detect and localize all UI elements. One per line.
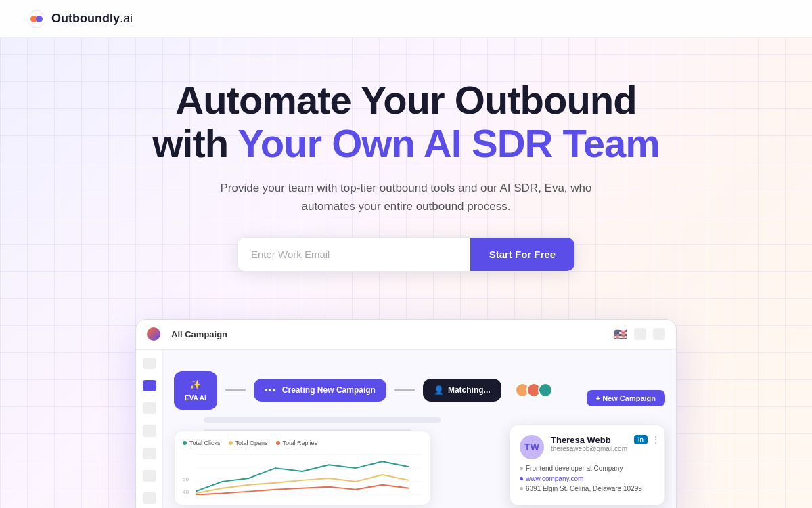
- sidebar-icon-users[interactable]: [143, 425, 156, 436]
- contact-name: Theresa Webb: [551, 435, 627, 445]
- flag-icon: 🇺🇸: [614, 328, 627, 341]
- dot-3: [273, 389, 275, 391]
- creating-label: Creating New Campaign: [282, 385, 376, 395]
- legend-total-clicks: Total Clicks: [183, 440, 221, 446]
- flow-arrow-2: [394, 389, 415, 391]
- replies-dot: [276, 441, 280, 445]
- dashboard-topbar: All Campaign 🇺🇸: [136, 320, 676, 350]
- clicks-label: Total Clicks: [189, 440, 221, 446]
- logo-text: Outboundly.ai: [51, 12, 133, 26]
- action-button[interactable]: + New Campaign: [587, 390, 665, 406]
- role-text: Frontend developer at Company: [526, 465, 623, 472]
- svg-point-2: [36, 16, 43, 22]
- y-label-40: 40: [183, 489, 189, 495]
- clicks-dot: [183, 441, 187, 445]
- sidebar-icon-grid[interactable]: [143, 358, 156, 369]
- contact-address: 6391 Elgin St. Celina, Delaware 10299: [520, 485, 655, 492]
- dashboard-frame: All Campaign 🇺🇸: [135, 319, 677, 508]
- contact-email: theresawebb@gmail.com: [551, 445, 627, 452]
- logo: Outboundly.ai: [27, 9, 133, 28]
- matching-node: 👤 Matching...: [423, 379, 501, 402]
- avatar-3: [538, 383, 553, 398]
- contact-role: Frontend developer at Company: [520, 465, 655, 472]
- more-options-icon[interactable]: ⋮: [652, 435, 660, 444]
- topbar-right: 🇺🇸: [614, 328, 665, 341]
- dashboard-title: All Campaign: [171, 329, 227, 339]
- sidebar-icon-contacts[interactable]: [143, 402, 156, 414]
- sidebar-icon-analytics[interactable]: [143, 470, 156, 482]
- start-free-button[interactable]: Start For Free: [470, 238, 574, 271]
- person-icon: 👤: [434, 385, 444, 395]
- contact-info: Theresa Webb theresawebb@gmail.com: [551, 435, 627, 452]
- topbar-left: All Campaign: [147, 327, 227, 341]
- address-dot: [520, 487, 523, 490]
- sidebar-icon-campaigns[interactable]: [143, 380, 156, 391]
- dashboard-logo-icon: [147, 327, 160, 341]
- dashboard-sidebar: [136, 350, 163, 508]
- flow-arrow-1: [225, 389, 246, 391]
- hero-subtitle: Provide your team with top-tier outbound…: [217, 179, 595, 215]
- dashboard-body: ✨ EVA AI Creating New Campaign: [136, 350, 676, 508]
- website-text: www.company.com: [526, 475, 583, 482]
- chart-card: Total Clicks Total Opens Total Replies: [174, 431, 431, 505]
- dashboard-main: ✨ EVA AI Creating New Campaign: [163, 350, 676, 508]
- contact-website: www.company.com: [520, 475, 655, 482]
- website-dot: [520, 477, 523, 480]
- chart-svg: [196, 454, 422, 495]
- sidebar-icon-inbox[interactable]: [143, 448, 156, 459]
- avatars-row: [515, 383, 553, 398]
- navbar: Outboundly.ai: [0, 0, 812, 38]
- settings-icon[interactable]: [653, 328, 665, 340]
- legend-total-opens: Total Opens: [229, 440, 268, 446]
- search-icon[interactable]: [634, 328, 646, 340]
- opens-label: Total Opens: [235, 440, 268, 446]
- role-dot: [520, 467, 523, 470]
- legend-total-replies: Total Replies: [276, 440, 318, 446]
- contact-card: TW Theresa Webb theresawebb@gmail.com in…: [510, 425, 665, 505]
- logo-icon: [27, 9, 46, 28]
- dot-2: [269, 389, 271, 391]
- hero-section: Automate Your Outbound with Your Own AI …: [0, 38, 812, 319]
- opens-dot: [229, 441, 233, 445]
- list-row-1: [204, 417, 441, 423]
- dashboard-preview: All Campaign 🇺🇸: [0, 319, 812, 508]
- sidebar-icon-settings[interactable]: [143, 492, 156, 504]
- address-text: 6391 Elgin St. Celina, Delaware 10299: [526, 485, 642, 492]
- dot-1: [265, 389, 267, 391]
- matching-label: Matching...: [448, 385, 491, 395]
- chart-legend: Total Clicks Total Opens Total Replies: [183, 440, 422, 446]
- contact-avatar: TW: [520, 435, 544, 459]
- email-input[interactable]: [238, 238, 470, 271]
- creating-node: Creating New Campaign: [254, 379, 386, 402]
- contact-actions: in ⋮: [634, 435, 660, 444]
- email-form: Start For Free: [237, 237, 575, 272]
- linkedin-badge[interactable]: in: [634, 435, 648, 444]
- y-label-50: 50: [183, 476, 189, 482]
- contact-header: TW Theresa Webb theresawebb@gmail.com in…: [520, 435, 655, 459]
- replies-label: Total Replies: [283, 440, 318, 446]
- sparkle-icon: ✨: [189, 379, 201, 390]
- hero-title: Automate Your Outbound with Your Own AI …: [135, 79, 677, 165]
- eva-node: ✨ EVA AI: [174, 371, 217, 410]
- flow-dots: [265, 389, 275, 391]
- eva-label: EVA AI: [185, 394, 206, 402]
- hero-title-highlight: Your Own AI SDR Team: [238, 121, 659, 165]
